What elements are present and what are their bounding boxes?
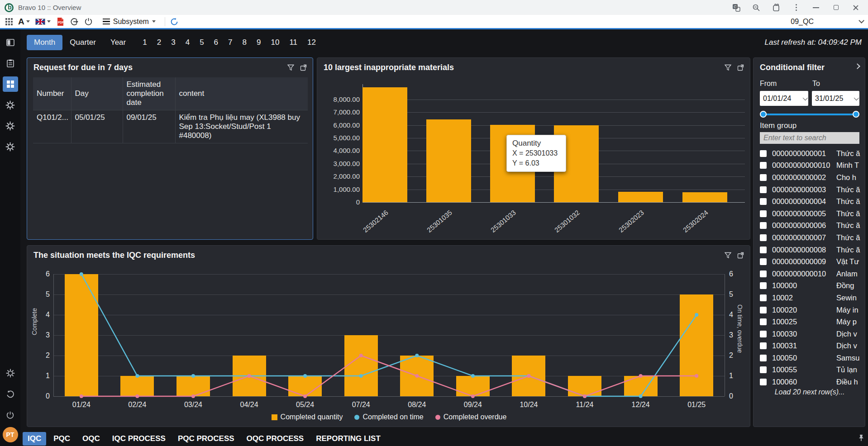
checkbox[interactable]	[760, 222, 767, 229]
col-estimated[interactable]: Estimated completion date	[123, 77, 175, 110]
tab-month-8[interactable]: 8	[238, 35, 252, 50]
item-group-row[interactable]: 100030Dịch v	[760, 328, 862, 340]
tab-oqc[interactable]: OQC	[77, 432, 105, 446]
checkbox[interactable]	[760, 162, 767, 169]
marker[interactable]	[248, 374, 251, 378]
logout-button[interactable]	[70, 17, 79, 26]
marker[interactable]	[527, 374, 530, 378]
tab-month-7[interactable]: 7	[223, 35, 237, 50]
restore-button[interactable]	[832, 4, 840, 12]
expand-icon[interactable]	[299, 63, 307, 71]
tab-month-5[interactable]: 5	[195, 35, 209, 50]
dashboard-grid-icon[interactable]	[3, 76, 18, 92]
tab-month[interactable]: Month	[27, 35, 62, 50]
tab-month-1[interactable]: 1	[138, 35, 152, 50]
language-select[interactable]	[35, 19, 51, 25]
checkbox[interactable]	[760, 307, 767, 313]
checkbox[interactable]	[760, 210, 767, 217]
item-group-row[interactable]: 0000000000007Thức ă	[760, 232, 862, 244]
bar-25302146[interactable]	[362, 87, 407, 202]
legend-completed-overdue[interactable]: Completed overdue	[435, 413, 507, 421]
bar-25301035[interactable]	[426, 119, 471, 202]
tab-quarter[interactable]: Quarter	[62, 35, 103, 50]
tab-pqc-process[interactable]: PQC PROCESS	[173, 432, 239, 446]
slider-track[interactable]	[763, 114, 857, 115]
pin-icon[interactable]	[858, 434, 864, 441]
marker[interactable]	[471, 394, 475, 398]
grid-menu-icon[interactable]	[5, 18, 13, 25]
item-group-search-input[interactable]	[760, 132, 859, 144]
item-group-row[interactable]: 0000000000010Anlam	[760, 268, 862, 280]
panel-layout-icon[interactable]	[3, 35, 18, 50]
bar-25302023[interactable]	[618, 192, 663, 202]
translate-icon[interactable]: G	[732, 4, 740, 12]
slider-handle-left[interactable]	[760, 111, 767, 118]
font-select[interactable]: A	[18, 17, 30, 27]
marker[interactable]	[695, 374, 698, 378]
marker[interactable]	[639, 374, 643, 378]
checkbox[interactable]	[760, 174, 767, 181]
marker[interactable]	[303, 374, 307, 378]
system-gear-icon[interactable]	[3, 139, 18, 154]
to-date-input[interactable]: 31/01/25	[812, 91, 859, 106]
item-group-row[interactable]: 00000000000010Minh T	[760, 160, 862, 172]
item-group-row[interactable]: 100025Máy p	[760, 316, 862, 328]
collapse-panel-chevron-icon[interactable]	[854, 63, 860, 69]
checkbox[interactable]	[760, 258, 767, 265]
marker[interactable]	[359, 354, 363, 357]
marker[interactable]	[583, 394, 587, 398]
item-group-row[interactable]: 100050Samsu	[760, 352, 862, 364]
checkbox[interactable]	[760, 198, 767, 205]
marker[interactable]	[303, 394, 307, 398]
marker[interactable]	[359, 374, 363, 378]
item-group-row[interactable]: 100060Điều h	[760, 376, 862, 388]
bar-25302024[interactable]	[682, 192, 727, 202]
col-number[interactable]: Number	[33, 77, 71, 110]
item-group-row[interactable]: 0000000000008Thức ă	[760, 244, 862, 256]
history-icon[interactable]	[3, 386, 18, 402]
item-group-row[interactable]: 100055Tủ lạn	[760, 364, 862, 376]
item-group-row[interactable]: 0000000000002Cho h	[760, 171, 862, 184]
tab-month-9[interactable]: 9	[252, 35, 266, 50]
tab-iqc[interactable]: IQC	[23, 432, 46, 446]
marker[interactable]	[80, 394, 83, 398]
table-row[interactable]: Q101/2... 05/01/25 09/01/25 Kiểm tra Phụ…	[33, 110, 308, 143]
col-day[interactable]: Day	[71, 77, 123, 110]
subsystem-menu[interactable]: Subsystem	[103, 18, 156, 26]
tab-iqc-process[interactable]: IQC PROCESS	[107, 432, 171, 446]
marker[interactable]	[191, 374, 195, 378]
filter-funnel-icon[interactable]	[286, 63, 295, 71]
marker[interactable]	[415, 374, 419, 378]
user-avatar[interactable]: PT	[3, 427, 18, 442]
item-group-row[interactable]: 100020Máy in	[760, 304, 862, 316]
slider-handle-right[interactable]	[853, 111, 859, 118]
item-group-row[interactable]: 0000000000009Vật Tư	[760, 256, 862, 268]
tab-oqc-process[interactable]: OQC PROCESS	[242, 432, 309, 446]
item-group-row[interactable]: 0000000000003Thức ă	[760, 184, 862, 196]
item-group-row[interactable]: 0000000000005Thức ă	[760, 208, 862, 220]
refresh-button[interactable]	[170, 17, 179, 26]
tab-month-10[interactable]: 10	[266, 35, 284, 50]
marker[interactable]	[471, 374, 475, 378]
col-content[interactable]: content	[175, 77, 308, 110]
marker[interactable]	[135, 374, 139, 378]
legend-completed-quantity[interactable]: Completed quantity	[272, 413, 343, 421]
tab-month-6[interactable]: 6	[209, 35, 223, 50]
checkbox[interactable]	[760, 150, 767, 157]
tab-month-3[interactable]: 3	[166, 35, 180, 50]
power-icon[interactable]	[3, 407, 18, 422]
from-date-input[interactable]: 01/01/24	[760, 91, 808, 106]
menu-kebab-icon[interactable]	[792, 4, 800, 12]
item-group-row[interactable]: 100031Dịch v	[760, 340, 862, 352]
preferences-gear-icon[interactable]	[3, 365, 18, 381]
checkbox[interactable]	[760, 247, 767, 253]
workspace-name[interactable]: 09_QC	[791, 18, 868, 26]
checkbox[interactable]	[760, 379, 767, 385]
search-icon[interactable]	[752, 4, 760, 12]
checkbox[interactable]	[760, 282, 767, 289]
item-group-row[interactable]: 0000000000001Thức ă	[760, 147, 862, 160]
minimize-button[interactable]	[812, 4, 820, 12]
tab-pqc[interactable]: PQC	[48, 432, 75, 446]
legend-completed-on-time[interactable]: Completed on time	[354, 413, 423, 421]
tasks-clipboard-icon[interactable]	[3, 56, 18, 71]
